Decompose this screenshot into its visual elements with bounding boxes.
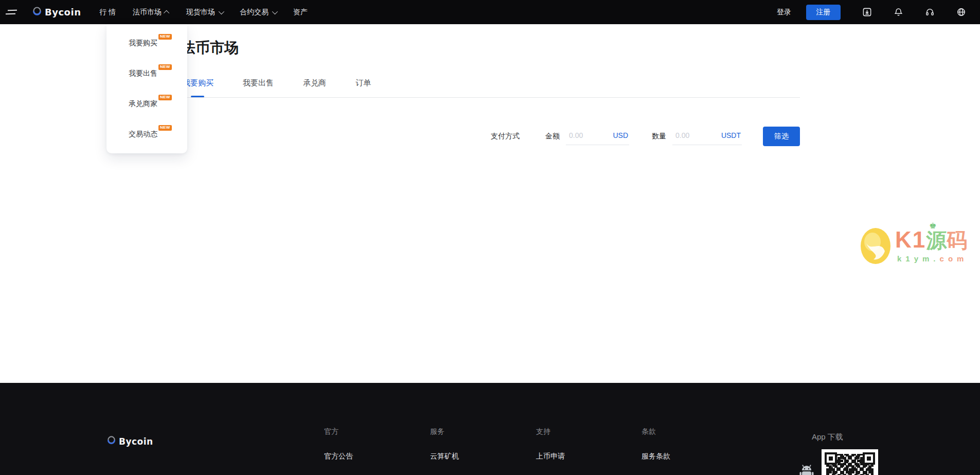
footer-col-title-terms: 条款	[642, 427, 656, 436]
nav-item-assets[interactable]: 资产	[293, 8, 308, 17]
amount-currency: USD	[613, 131, 628, 139]
footer-col-title-services: 服务	[430, 427, 444, 436]
register-button[interactable]: 注册	[806, 5, 841, 20]
filter-submit-button[interactable]: 筛选	[763, 127, 800, 146]
quantity-label: 数量	[652, 132, 666, 141]
watermark-url: k1ym.com	[897, 254, 968, 263]
dropdown-item-trade-activity[interactable]: 交易动态 NEW	[129, 130, 172, 140]
app-download-qr-code	[822, 449, 878, 475]
amount-label: 金额	[545, 132, 560, 141]
tab-divider	[183, 97, 800, 98]
payment-method-filter[interactable]: 支付方式	[491, 132, 520, 141]
dropdown-item-buy[interactable]: 我要购买 NEW	[129, 39, 172, 49]
tab-orders[interactable]: 订单	[355, 78, 371, 88]
footer: Bycoin 官方 服务 支持 条款 官方公告 云算矿机 上币申请 服务条款 A…	[0, 383, 980, 475]
tab-buy[interactable]: 我要购买	[183, 78, 213, 88]
watermark-logo-icon	[860, 227, 891, 265]
page: Bycoin 行 情 法币市场 现货市场 合约交易 资产 登录	[0, 0, 980, 475]
footer-col-title-official: 官方	[324, 427, 338, 436]
footer-link-announcements[interactable]: 官方公告	[324, 452, 353, 461]
login-link[interactable]: 登录	[777, 8, 791, 17]
watermark-brand-cn1: 源	[926, 229, 947, 252]
chevron-up-icon	[164, 10, 169, 15]
footer-brand-name: Bycoin	[119, 436, 153, 447]
chevron-down-icon	[272, 8, 278, 14]
bycoin-logo-icon	[106, 435, 116, 447]
new-badge: NEW	[158, 64, 172, 70]
app-download-label: App 下载	[812, 432, 843, 442]
new-badge: NEW	[158, 125, 172, 131]
footer-link-terms-of-service[interactable]: 服务条款	[642, 452, 670, 461]
quantity-input[interactable]	[675, 131, 707, 139]
download-icon[interactable]	[862, 7, 872, 17]
footer-link-listing-application[interactable]: 上币申请	[536, 452, 565, 461]
site-watermark: K1♚源码 k1ym.com	[860, 225, 978, 269]
crown-icon: ♚	[929, 221, 936, 231]
tab-acceptor[interactable]: 承兑商	[303, 78, 326, 88]
bell-icon[interactable]	[893, 7, 903, 17]
nav-item-spot-market[interactable]: 现货市场	[186, 8, 223, 17]
footer-link-cloud-mining[interactable]: 云算矿机	[430, 452, 459, 461]
dropdown-item-sell[interactable]: 我要出售 NEW	[129, 69, 172, 79]
page-title: 法币市场	[181, 38, 239, 58]
new-badge: NEW	[158, 34, 172, 40]
new-badge: NEW	[158, 95, 172, 100]
dropdown-item-acceptor-merchant[interactable]: 承兑商家 NEW	[129, 99, 172, 110]
main-nav: 行 情 法币市场 现货市场 合约交易 资产	[99, 0, 308, 24]
brand-logo[interactable]: Bycoin	[32, 0, 81, 24]
chevron-down-icon	[219, 8, 224, 14]
footer-brand-logo: Bycoin	[106, 435, 153, 447]
tab-sell[interactable]: 我要出售	[243, 78, 274, 88]
bycoin-logo-icon	[32, 6, 42, 19]
tab-bar: 我要购买 我要出售 承兑商 订单	[183, 78, 371, 88]
amount-input[interactable]	[569, 131, 601, 139]
headset-icon[interactable]	[924, 7, 935, 17]
fiat-market-dropdown: 我要购买 NEW 我要出售 NEW 承兑商家 NEW 交易动态 NEW	[106, 24, 187, 153]
top-navbar: Bycoin 行 情 法币市场 现货市场 合约交易 资产 登录	[0, 0, 980, 24]
filter-bar: 支付方式 金额 USD 数量 USDT 筛选	[491, 126, 800, 147]
nav-item-fiat-market[interactable]: 法币市场	[133, 8, 169, 17]
brand-name: Bycoin	[45, 7, 81, 17]
nav-item-markets[interactable]: 行 情	[99, 8, 116, 17]
globe-icon[interactable]	[956, 7, 966, 17]
hamburger-menu-icon[interactable]	[5, 8, 17, 16]
navbar-actions: 登录 注册	[777, 0, 966, 24]
nav-item-contract-trading[interactable]: 合约交易	[240, 8, 276, 17]
watermark-brand-latin: K1	[895, 227, 926, 252]
quantity-currency: USDT	[721, 131, 741, 139]
android-icon	[798, 463, 815, 475]
active-tab-indicator	[191, 96, 204, 97]
watermark-brand-cn2: 码	[947, 229, 967, 252]
footer-col-title-support: 支持	[536, 427, 550, 436]
